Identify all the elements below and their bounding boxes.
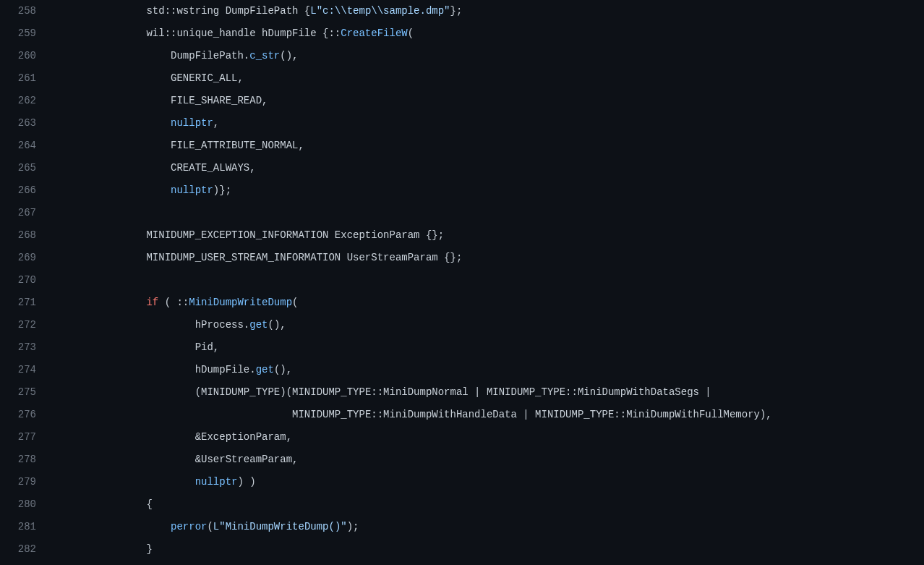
token: ( xyxy=(207,521,213,532)
token: (), xyxy=(268,319,286,331)
token: hDumpFile. xyxy=(195,364,256,375)
code-line[interactable]: std::wstring DumpFilePath {L"c:\\temp\\s… xyxy=(49,0,924,22)
code-line[interactable] xyxy=(49,269,924,292)
code-line[interactable]: DumpFilePath.c_str(), xyxy=(49,45,924,67)
line-number-gutter: 2582592602612622632642652662672682692702… xyxy=(0,0,49,565)
token: CreateFileW xyxy=(341,27,407,39)
token: &ExceptionParam, xyxy=(195,431,292,443)
token: &UserStreamParam, xyxy=(195,454,299,465)
token: if xyxy=(146,297,158,308)
code-line[interactable]: nullptr) ) xyxy=(49,471,924,493)
token: CREATE_ALWAYS, xyxy=(171,162,256,174)
code-line[interactable]: &ExceptionParam, xyxy=(49,426,924,449)
code-line[interactable]: FILE_ATTRIBUTE_NORMAL, xyxy=(49,135,924,157)
code-line[interactable]: hProcess.get(), xyxy=(49,314,924,336)
line-number: 258 xyxy=(0,0,36,22)
line-number: 280 xyxy=(0,493,36,516)
line-number: 274 xyxy=(0,359,36,381)
line-number: 262 xyxy=(0,90,36,112)
code-line[interactable]: } xyxy=(49,538,924,561)
line-number: 268 xyxy=(0,224,36,247)
line-number: 269 xyxy=(0,247,36,269)
token: get xyxy=(256,364,274,375)
token: nullptr xyxy=(195,476,238,488)
code-line[interactable]: if ( ::MiniDumpWriteDump( xyxy=(49,292,924,314)
code-line[interactable]: (MINIDUMP_TYPE)(MINIDUMP_TYPE::MiniDumpN… xyxy=(49,381,924,404)
line-number: 281 xyxy=(0,516,36,538)
line-number: 275 xyxy=(0,381,36,404)
line-number: 277 xyxy=(0,426,36,449)
token: ( xyxy=(292,297,298,308)
line-number: 266 xyxy=(0,179,36,202)
code-line[interactable]: nullptr, xyxy=(49,112,924,135)
code-line[interactable]: MINIDUMP_EXCEPTION_INFORMATION Exception… xyxy=(49,224,924,247)
code-line[interactable]: &UserStreamParam, xyxy=(49,449,924,471)
code-editor[interactable]: 2582592602612622632642652662672682692702… xyxy=(0,0,924,565)
line-number: 265 xyxy=(0,157,36,179)
line-number: 271 xyxy=(0,292,36,314)
token: )}; xyxy=(213,184,231,196)
code-line[interactable]: FILE_SHARE_READ, xyxy=(49,90,924,112)
token: MINIDUMP_EXCEPTION_INFORMATION Exception… xyxy=(146,229,444,241)
token: FILE_SHARE_READ, xyxy=(171,95,268,106)
token: ) ) xyxy=(237,476,255,488)
token: FILE_ATTRIBUTE_NORMAL, xyxy=(171,140,304,151)
token: Pid, xyxy=(195,341,220,353)
code-line[interactable]: CREATE_ALWAYS, xyxy=(49,157,924,179)
token: hProcess. xyxy=(195,319,250,331)
code-line[interactable]: MINIDUMP_TYPE::MiniDumpWithHandleData | … xyxy=(49,404,924,426)
token: } xyxy=(146,543,152,555)
token: MiniDumpWriteDump xyxy=(189,297,292,308)
code-line[interactable]: hDumpFile.get(), xyxy=(49,359,924,381)
token: ( xyxy=(408,27,414,39)
token: ( :: xyxy=(158,297,189,308)
line-number: 259 xyxy=(0,22,36,45)
token: L"c:\\temp\\sample.dmp" xyxy=(310,5,450,17)
token: }; xyxy=(450,5,463,17)
line-number: 264 xyxy=(0,135,36,157)
token: GENERIC_ALL, xyxy=(171,72,244,84)
code-content[interactable]: std::wstring DumpFilePath {L"c:\\temp\\s… xyxy=(49,0,924,565)
line-number: 278 xyxy=(0,449,36,471)
code-line[interactable]: Pid, xyxy=(49,336,924,359)
line-number: 279 xyxy=(0,471,36,493)
code-line[interactable]: { xyxy=(49,493,924,516)
token: perror xyxy=(171,521,207,532)
token: DumpFilePath. xyxy=(171,50,249,61)
line-number: 282 xyxy=(0,538,36,561)
token: MINIDUMP_USER_STREAM_INFORMATION UserStr… xyxy=(146,252,462,263)
code-line[interactable]: MINIDUMP_USER_STREAM_INFORMATION UserStr… xyxy=(49,247,924,269)
line-number: 273 xyxy=(0,336,36,359)
code-line[interactable]: GENERIC_ALL, xyxy=(49,67,924,90)
line-number: 267 xyxy=(0,202,36,224)
token: (), xyxy=(280,50,298,61)
token: nullptr xyxy=(171,184,213,196)
token: ); xyxy=(347,521,359,532)
line-number: 270 xyxy=(0,269,36,292)
code-line[interactable]: perror(L"MiniDumpWriteDump()"); xyxy=(49,516,924,538)
line-number: 272 xyxy=(0,314,36,336)
line-number: 276 xyxy=(0,404,36,426)
line-number: 261 xyxy=(0,67,36,90)
code-line[interactable]: wil::unique_handle hDumpFile {::CreateFi… xyxy=(49,22,924,45)
token: { xyxy=(146,498,152,510)
token: L"MiniDumpWriteDump()" xyxy=(213,521,347,532)
token: nullptr xyxy=(171,117,213,129)
token: MINIDUMP_TYPE::MiniDumpWithHandleData | … xyxy=(292,409,772,420)
token: c_str xyxy=(249,50,280,61)
token: wil::unique_handle hDumpFile {:: xyxy=(146,27,341,39)
line-number: 260 xyxy=(0,45,36,67)
token: (MINIDUMP_TYPE)(MINIDUMP_TYPE::MiniDumpN… xyxy=(195,386,711,398)
token: get xyxy=(249,319,268,331)
code-line[interactable]: nullptr)}; xyxy=(49,179,924,202)
token: (), xyxy=(274,364,292,375)
line-number: 263 xyxy=(0,112,36,135)
token: std::wstring DumpFilePath { xyxy=(146,5,310,17)
code-line[interactable] xyxy=(49,202,924,224)
token: , xyxy=(213,117,219,129)
